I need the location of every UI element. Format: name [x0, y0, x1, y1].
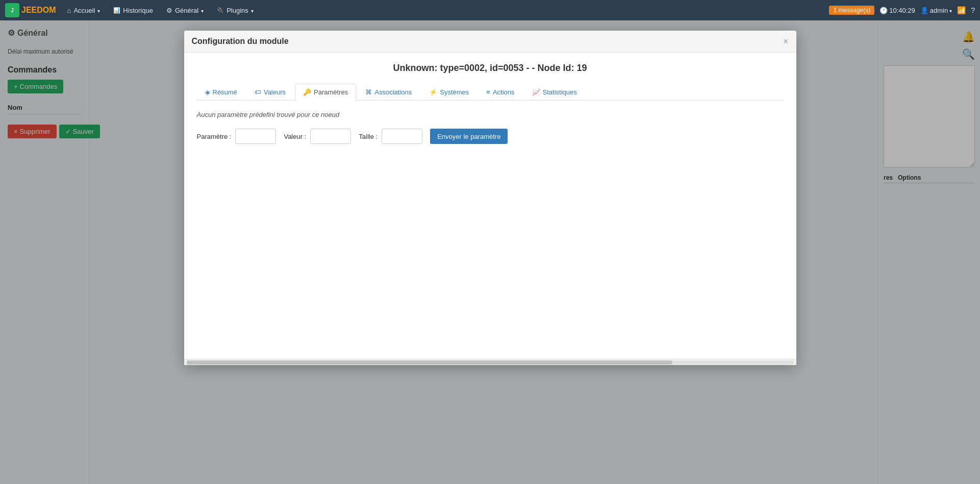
modal-close-button[interactable]: × [783, 37, 789, 46]
valeur-input[interactable] [310, 129, 351, 144]
general-gear-icon [166, 7, 172, 14]
tab-valeurs[interactable]: 🏷 Valeurs [246, 84, 294, 101]
module-title: Unknown: type=0002, id=0053 - - Node Id:… [197, 63, 784, 74]
nav-accueil[interactable]: Accueil [61, 4, 107, 17]
accueil-chevron-icon [97, 7, 100, 14]
home-icon [67, 7, 71, 14]
top-navbar: J JEEDOM Accueil 📊 Historique Général 🔌 … [0, 0, 980, 20]
tab-parametres[interactable]: 🔑 Paramètres [295, 84, 356, 101]
plugins-chevron-icon [251, 7, 254, 14]
help-icon[interactable]: ? [971, 6, 975, 14]
nav-historique[interactable]: 📊 Historique [107, 4, 159, 17]
user-chevron-icon [949, 7, 952, 14]
tab-systemes[interactable]: ⚡ Systèmes [421, 84, 477, 101]
resume-icon: ◈ [205, 88, 210, 96]
parametres-content: Aucun paramètre prédefini trouvé pour ce… [197, 111, 784, 144]
no-param-message: Aucun paramètre prédefini trouvé pour ce… [197, 111, 784, 118]
valeur-label: Valeur : [284, 133, 306, 140]
nav-general[interactable]: Général [160, 4, 210, 17]
historique-chart-icon: 📊 [113, 7, 120, 14]
clock-icon: 🕐 [880, 7, 888, 14]
logo-text: JEEDOM [21, 6, 56, 15]
actions-icon: ≡ [486, 88, 490, 96]
parametre-input[interactable] [235, 129, 276, 144]
modal-header: Configuration du module × [184, 31, 796, 53]
nav-time: 🕐 10:40:29 [880, 7, 915, 14]
modal-configuration: Configuration du module × Unknown: type=… [184, 31, 796, 365]
app-logo[interactable]: J JEEDOM [5, 3, 56, 17]
scrollbar-thumb[interactable] [187, 360, 672, 365]
modal-body: Unknown: type=0002, id=0053 - - Node Id:… [184, 53, 796, 359]
general-chevron-icon [201, 7, 204, 14]
valeur-group: Valeur : [284, 129, 351, 144]
taille-input[interactable] [382, 129, 422, 144]
statistiques-icon: 📈 [532, 88, 540, 96]
associations-icon: ⌘ [365, 88, 372, 96]
nav-user[interactable]: 👤 admin [920, 7, 952, 14]
systemes-icon: ⚡ [429, 88, 437, 96]
scrollbar-track [187, 360, 794, 365]
tab-resume[interactable]: ◈ Résumé [197, 84, 245, 101]
messages-badge[interactable]: 1 message(s) [829, 6, 874, 15]
tab-actions[interactable]: ≡ Actions [478, 84, 522, 101]
parametres-icon: 🔑 [303, 88, 311, 96]
taille-group: Taille : [359, 129, 422, 144]
modal-overlay: Configuration du module × Unknown: type=… [0, 20, 980, 484]
plugins-icon: 🔌 [217, 7, 224, 14]
modal-title: Configuration du module [192, 37, 289, 46]
tab-statistiques[interactable]: 📈 Statistiques [524, 84, 585, 101]
btn-envoyer-parametre[interactable]: Envoyer le paramètre [430, 129, 508, 144]
logo-icon: J [5, 3, 19, 17]
modal-scrollbar[interactable] [184, 359, 796, 365]
nav-items: Accueil 📊 Historique Général 🔌 Plugins [61, 4, 830, 17]
nav-right: 1 message(s) 🕐 10:40:29 👤 admin 📶 ? [829, 6, 975, 15]
main-content: Configuration du module × Unknown: type=… [89, 20, 878, 484]
signal-icon: 📶 [957, 6, 966, 14]
valeurs-icon: 🏷 [255, 88, 261, 96]
modal-tabs: ◈ Résumé 🏷 Valeurs 🔑 Paramètres ⌘ [197, 84, 784, 101]
user-icon: 👤 [920, 7, 928, 14]
tab-associations[interactable]: ⌘ Associations [357, 84, 420, 101]
taille-label: Taille : [359, 133, 378, 140]
param-form-row: Paramètre : Valeur : Taille : [197, 129, 784, 144]
parametre-label: Paramètre : [197, 133, 232, 140]
page-body: ⚙ Général Délai maximum autorisé Command… [0, 20, 980, 484]
parametre-group: Paramètre : [197, 129, 277, 144]
nav-plugins[interactable]: 🔌 Plugins [211, 4, 260, 17]
